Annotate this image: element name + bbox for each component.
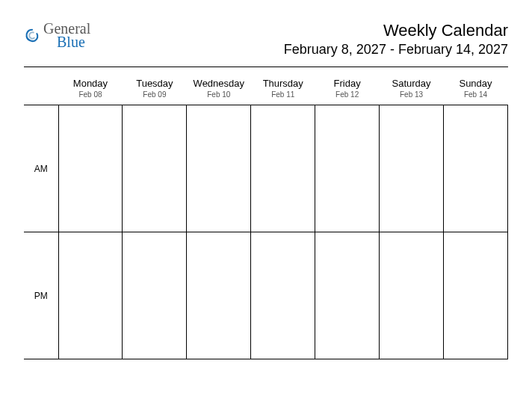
day-name: Sunday	[444, 78, 508, 89]
day-header-thursday: Thursday Feb 11	[251, 75, 315, 105]
cell-pm-friday	[315, 232, 380, 359]
calendar-grid: Monday Feb 08 Tuesday Feb 09 Wednesday F…	[24, 75, 508, 359]
cell-am-sunday	[444, 105, 508, 232]
cell-am-friday	[315, 105, 380, 232]
day-header-saturday: Saturday Feb 13	[380, 75, 444, 105]
date-range: February 8, 2027 - February 14, 2027	[284, 42, 508, 58]
day-date: Feb 12	[315, 90, 380, 99]
page-title: Weekly Calendar	[284, 21, 508, 40]
day-date: Feb 13	[380, 90, 444, 99]
day-name: Thursday	[251, 78, 315, 89]
day-header-wednesday: Wednesday Feb 10	[187, 75, 251, 105]
pm-row: PM	[24, 232, 508, 359]
day-name: Monday	[58, 78, 123, 89]
cell-pm-monday	[58, 232, 123, 359]
cell-pm-wednesday	[187, 232, 251, 359]
header-divider	[24, 67, 508, 67]
day-header-row: Monday Feb 08 Tuesday Feb 09 Wednesday F…	[24, 75, 508, 105]
cell-pm-saturday	[380, 232, 444, 359]
cell-am-wednesday	[187, 105, 251, 232]
day-name: Wednesday	[187, 78, 251, 89]
day-header-tuesday: Tuesday Feb 09	[123, 75, 187, 105]
day-name: Saturday	[380, 78, 444, 89]
day-header-monday: Monday Feb 08	[58, 75, 123, 105]
day-header-sunday: Sunday Feb 14	[444, 75, 508, 105]
pm-label: PM	[24, 232, 58, 359]
day-date: Feb 11	[251, 90, 315, 99]
day-name: Friday	[315, 78, 380, 89]
cell-pm-sunday	[444, 232, 508, 359]
day-date: Feb 08	[58, 90, 123, 99]
cell-am-thursday	[251, 105, 315, 232]
cell-am-monday	[58, 105, 123, 232]
title-block: Weekly Calendar February 8, 2027 - Febru…	[284, 21, 508, 58]
header: General Blue Weekly Calendar February 8,…	[24, 21, 508, 58]
day-date: Feb 14	[444, 90, 508, 99]
cell-pm-thursday	[251, 232, 315, 359]
logo-text-blue: Blue	[57, 34, 90, 50]
am-row: AM	[24, 105, 508, 232]
cell-am-tuesday	[123, 105, 187, 232]
corner-cell	[24, 75, 58, 105]
day-header-friday: Friday Feb 12	[315, 75, 380, 105]
day-date: Feb 10	[187, 90, 251, 99]
day-date: Feb 09	[123, 90, 187, 99]
am-label: AM	[24, 105, 58, 232]
brand-logo: General Blue	[24, 21, 90, 50]
cell-pm-tuesday	[123, 232, 187, 359]
day-name: Tuesday	[123, 78, 187, 89]
cell-am-saturday	[380, 105, 444, 232]
swirl-icon	[24, 28, 40, 44]
